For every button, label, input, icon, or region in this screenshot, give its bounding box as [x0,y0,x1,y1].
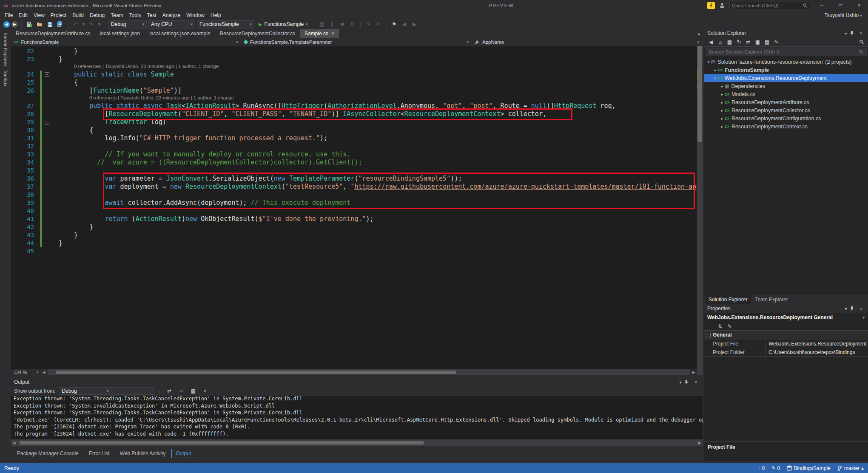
startup-project-dropdown[interactable]: FunctionsSample▾ [197,20,254,28]
platform-dropdown[interactable]: Any CPU▾ [148,20,195,28]
menu-tools[interactable]: Tools [126,11,144,19]
notifications-icon[interactable] [719,3,725,8]
chevron-collapsed-icon[interactable]: ▸ [720,108,725,113]
document-list-dropdown-icon[interactable]: ▾ [698,32,700,37]
codelens-info[interactable]: 0 references | Tsuyoshi Ushio, 23 minute… [89,95,234,100]
tree-item-models-cs[interactable]: ▸C#Models.cs [704,90,868,98]
code-line-26[interactable]: 26 [FunctionName("Sample")] [11,87,697,95]
menu-debug[interactable]: Debug [87,11,108,19]
code-line-22[interactable]: 22 } [11,47,697,55]
codelens-row[interactable]: 0 references | Tsuyoshi Ushio, 23 minute… [11,95,697,102]
editor-vertical-scrollbar[interactable] [697,46,703,369]
signed-in-user[interactable]: Tsuyoshi Ushio ▾ [824,12,862,18]
scrollbar-thumb[interactable] [697,46,702,142]
previous-bookmark-icon[interactable]: ◀ [400,20,409,28]
code-line-44[interactable]: 44} [11,239,697,247]
properties-icon[interactable]: ✎ [772,38,780,46]
code-editor[interactable]: 22 }23}0 references | Tsuyoshi Ushio, 23… [11,46,703,369]
tree-item-webjobs-extensions-resourcedeployment[interactable]: ▾C#WebJobs.Extensions.ResourceDeployment [704,74,868,82]
editor-horizontal-scrollbar[interactable] [48,369,690,375]
menu-window[interactable]: Window [183,11,208,19]
chevron-collapsed-icon[interactable]: ▸ [720,116,725,121]
pending-changes-filter-icon[interactable]: ↻ [735,38,743,46]
navigate-back-icon[interactable]: ◀ [3,21,10,28]
redo-icon[interactable]: ↷ [87,20,96,28]
redo-dropdown-icon[interactable]: ▾ [97,20,101,28]
scrollbar-track[interactable] [18,440,696,446]
tree-item-solution-azure-functions-resource-extens[interactable]: ▾▤Solution 'azure-functions-resource-ext… [704,58,868,66]
close-icon[interactable]: × [692,380,700,385]
pin-icon[interactable] [850,306,857,311]
back-icon[interactable]: ◀ [707,38,715,46]
menu-view[interactable]: View [31,11,48,19]
tree-item-resourcedeploymentconfiguration-cs[interactable]: ▸C#ResourceDeploymentConfiguration.cs [704,114,868,122]
clear-all-icon[interactable]: × [201,387,209,395]
close-icon[interactable]: × [857,31,865,36]
menu-edit[interactable]: Edit [16,11,31,19]
document-tab-local.settings.json[interactable]: local.settings.json [95,29,145,38]
minimize-button[interactable]: ─ [814,1,829,10]
scrollbar-thumb[interactable] [56,371,456,374]
search-icon[interactable] [857,38,865,46]
show-all-files-icon[interactable]: ▤ [763,38,771,46]
undo-dropdown-icon[interactable]: ▾ [82,20,85,28]
scroll-left-icon[interactable]: ◀ [41,370,47,374]
property-pages-icon[interactable]: ✎ [726,323,734,330]
code-line-23[interactable]: 23} [11,55,697,63]
zoom-control[interactable]: 134 % ▾ [11,369,41,376]
tool-tab-web-publish-activity[interactable]: Web Publish Activity [115,449,170,458]
tool-tab-output[interactable]: Output [171,449,195,458]
codelens-row[interactable]: 0 references | Tsuyoshi Ushio, 23 minute… [11,63,697,71]
window-position-icon[interactable]: ▾ [677,380,684,385]
branch-picker[interactable]: master ▴ [837,465,864,471]
code-line-31[interactable]: 31 log.Info("C# HTTP trigger function pr… [11,134,697,142]
chevron-collapsed-icon[interactable]: ▸ [713,68,718,72]
menu-build[interactable]: Build [69,11,87,19]
chevron-collapsed-icon[interactable]: ▸ [720,100,725,105]
code-line-25[interactable]: 25 { [11,79,697,87]
code-line-30[interactable]: 30 { [11,126,697,134]
repository-picker[interactable]: BindingsSample [787,465,831,471]
chevron-collapsed-icon[interactable]: ▸ [720,125,725,129]
feedback-icon[interactable] [707,2,715,9]
start-debugging-button[interactable]: ▶ FunctionsSample ▾ [256,21,310,27]
sync-with-active-document-icon[interactable]: ⇄ [744,38,752,46]
attach-to-process-icon[interactable]: ▤ [318,20,326,28]
collapse-section-icon[interactable]: − [706,333,711,337]
menu-help[interactable]: Help [208,11,224,19]
code-line-34[interactable]: 34 // var azure = ((ResourceDeploymentCo… [11,159,697,167]
pin-icon[interactable] [684,380,692,385]
step-into-icon[interactable]: ↷ [364,20,373,28]
document-tab-ResourceDeploymentCollector.cs[interactable]: ResourceDeploymentCollector.cs [215,29,300,38]
chevron-collapsed-icon[interactable]: ▸ [720,84,725,88]
close-button[interactable]: × [852,1,866,10]
code-line-45[interactable]: 45 [11,247,697,255]
unpushed-commits-indicator[interactable]: ↑ 0 [758,465,765,471]
configuration-dropdown[interactable]: Debug▾ [108,20,147,28]
codelens-info[interactable]: 0 references | Tsuyoshi Ushio, 23 minute… [74,64,219,69]
quick-launch-input[interactable]: Quick Launch (Ctrl+Q) [729,2,810,9]
tree-item-dependencies[interactable]: ▸▦Dependencies [704,82,868,90]
chevron-expanded-icon[interactable]: ▾ [706,60,711,64]
code-line-43[interactable]: 43 } [11,231,697,239]
menu-test[interactable]: Test [144,11,159,19]
tree-item-resourcedeploymentcollector-cs[interactable]: ▸C#ResourceDeploymentCollector.cs [704,106,868,114]
step-over-icon[interactable]: ↶ [374,20,383,28]
property-value[interactable]: C:\Users\tsushi\source\repos\Bindings [766,348,868,356]
tab-team-explorer[interactable]: Team Explorer [751,295,791,304]
tool-tab-package-manager-console[interactable]: Package Manager Console [13,449,83,458]
scroll-left-icon[interactable]: ◀ [11,441,17,445]
nav-member-dropdown[interactable]: AppName ▾ [472,38,703,46]
window-position-icon[interactable]: ▾ [842,306,850,311]
property-row-project-file[interactable]: Project FileWebJobs.Extensions.ResourceD… [704,339,868,348]
fold-marker[interactable]: − [45,120,49,125]
output-horizontal-scrollbar[interactable]: ◀ ▶ [11,440,703,446]
menu-file[interactable]: File [2,11,16,19]
new-project-icon[interactable] [25,20,34,28]
nav-project-dropdown[interactable]: C# FunctionsSample ▾ [11,38,242,46]
code-line-42[interactable]: 42 } [11,223,697,231]
menu-project[interactable]: Project [48,11,69,19]
code-line-41[interactable]: 41 return (ActionResult)new OkObjectResu… [11,215,697,223]
scrollbar-thumb[interactable] [20,441,424,445]
chevron-expanded-icon[interactable]: ▾ [713,76,718,80]
